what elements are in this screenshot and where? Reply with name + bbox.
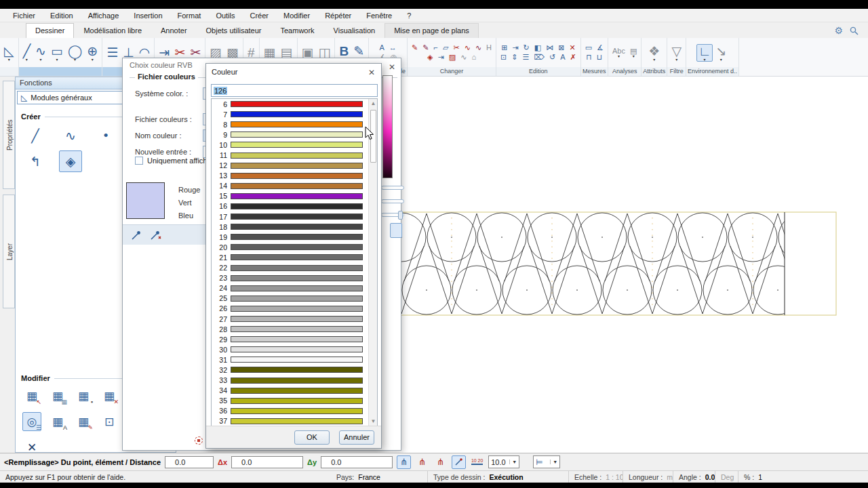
color-row-34[interactable]: 34 bbox=[212, 386, 377, 396]
parallel-lines-icon[interactable]: ☰ bbox=[104, 45, 120, 60]
line-tool[interactable]: ╱ bbox=[24, 125, 47, 146]
color-row-37[interactable]: 37 bbox=[212, 416, 377, 426]
checkbox-box[interactable] bbox=[135, 157, 143, 165]
settings-gear-icon[interactable]: ⚙ bbox=[834, 26, 843, 35]
length-unit-status[interactable]: Longueur :mm bbox=[623, 471, 673, 483]
measure-angle-icon[interactable]: ∡ bbox=[595, 43, 606, 53]
scroll-up-icon[interactable]: ▲ bbox=[369, 99, 378, 108]
attribute-tags-icon[interactable]: ❖▾ bbox=[646, 44, 662, 62]
angle-status[interactable]: Angle :0.000 bbox=[673, 471, 715, 483]
toolcase-icon[interactable]: ⌂ bbox=[469, 53, 478, 62]
workspace-tab-annoter[interactable]: Annoter bbox=[151, 23, 197, 38]
color-row-36[interactable]: 36 bbox=[212, 406, 377, 416]
color-row-13[interactable]: 13 bbox=[212, 171, 377, 181]
wave-edit-icon[interactable]: ∿ bbox=[462, 43, 473, 53]
close-icon[interactable]: ✕ bbox=[368, 68, 375, 77]
color-row-10[interactable]: 10 bbox=[212, 140, 377, 150]
workspace-tab-mod-lisation-libre[interactable]: Modélisation libre bbox=[74, 23, 151, 38]
color-row-32[interactable]: 32 bbox=[212, 365, 377, 375]
copy-icon[interactable]: ⊞ bbox=[499, 43, 509, 53]
snap-radius-select[interactable]: 10.0▼ bbox=[488, 455, 519, 468]
extend-to-icon[interactable]: ⇥ bbox=[436, 53, 446, 62]
menu-rpter[interactable]: Répéter bbox=[317, 10, 359, 21]
measure-area-icon[interactable]: ⊓ bbox=[584, 53, 594, 62]
slider-knob[interactable] bbox=[398, 211, 403, 220]
menu-fentre[interactable]: Fenêtre bbox=[359, 10, 399, 21]
zigzag-modify-icon[interactable]: ∿ bbox=[458, 53, 469, 62]
color-row-24[interactable]: 24 bbox=[212, 283, 377, 293]
color-row-6[interactable]: 6 bbox=[212, 99, 377, 109]
color-row-27[interactable]: 27 bbox=[212, 314, 377, 324]
move-icon[interactable]: ⇥ bbox=[510, 43, 520, 53]
measure-length-icon[interactable]: ▭ bbox=[583, 43, 594, 53]
menu-crer[interactable]: Créer bbox=[243, 10, 277, 21]
snap-midpoint-button[interactable]: ⋔ bbox=[415, 455, 429, 469]
report-icon[interactable]: ▤▾ bbox=[628, 47, 639, 59]
polygon-tool[interactable]: ↰ bbox=[24, 150, 47, 172]
menu-outils[interactable]: Outils bbox=[208, 10, 242, 21]
edit-pen2-icon[interactable]: ✎ bbox=[420, 43, 431, 53]
color-list[interactable]: 6789101112131415161718192021222324252627… bbox=[211, 98, 378, 426]
apply-button-partial[interactable] bbox=[390, 223, 402, 238]
color-row-17[interactable]: 17 bbox=[212, 211, 377, 222]
color-row-7[interactable]: 7 bbox=[212, 109, 377, 119]
color-row-21[interactable]: 21 bbox=[212, 252, 377, 262]
vert-slider[interactable] bbox=[381, 199, 404, 203]
scale-status[interactable]: Echelle :1 : 100 bbox=[568, 471, 623, 483]
edit-doc-icon[interactable]: ▨ bbox=[447, 53, 458, 62]
fill-bucket-tool[interactable]: ◈ bbox=[59, 150, 82, 172]
color-row-35[interactable]: 35 bbox=[212, 396, 377, 406]
color-row-14[interactable]: 14 bbox=[212, 181, 377, 191]
edit-pen-icon[interactable]: ✎ bbox=[410, 43, 420, 53]
color-row-22[interactable]: 22 bbox=[212, 263, 377, 273]
group-icon[interactable]: ⊡ bbox=[498, 53, 509, 62]
color-row-11[interactable]: 11 bbox=[212, 150, 377, 160]
filter-funnel-icon[interactable]: ▽▾ bbox=[669, 44, 684, 62]
stamp-icon[interactable]: ▱ bbox=[441, 43, 450, 53]
ok-button[interactable]: OK bbox=[294, 430, 330, 445]
hatch-edit-tool[interactable]: ▦✎ bbox=[74, 412, 93, 431]
text-icon[interactable]: A bbox=[377, 43, 386, 53]
color-row-31[interactable]: 31 bbox=[212, 354, 377, 365]
point-pickup-button[interactable] bbox=[452, 455, 466, 469]
eyedropper-plus-icon[interactable] bbox=[150, 230, 162, 241]
wave-edit2-icon[interactable]: ∿ bbox=[473, 43, 484, 53]
eyedropper-icon[interactable] bbox=[131, 230, 142, 241]
layout-angle-icon[interactable]: ∟▾ bbox=[696, 44, 713, 62]
point-tool[interactable]: • bbox=[94, 125, 117, 146]
percent-status[interactable]: % :1 bbox=[738, 471, 768, 483]
cut-icon[interactable]: ✂ bbox=[451, 43, 461, 53]
drawing-type-status[interactable]: Type de dessin :Exécution bbox=[427, 471, 568, 483]
delete-icon[interactable]: ✕ bbox=[567, 43, 577, 53]
color-row-23[interactable]: 23 bbox=[212, 273, 377, 283]
color-row-16[interactable]: 16 bbox=[212, 201, 377, 211]
color-row-12[interactable]: 12 bbox=[212, 161, 377, 171]
rectangle-icon[interactable]: ▭▾ bbox=[49, 44, 65, 62]
close-icon[interactable]: ✕ bbox=[389, 62, 395, 72]
uniquement-afficher-checkbox[interactable]: Uniquement afficher bbox=[135, 157, 214, 165]
color-row-26[interactable]: 26 bbox=[212, 304, 377, 314]
delete-point-icon[interactable]: ✗ bbox=[568, 53, 578, 62]
bin-icon[interactable]: ⌦ bbox=[532, 53, 547, 62]
rotate-icon[interactable]: ↻ bbox=[521, 43, 532, 53]
menu-affichage[interactable]: Affichage bbox=[81, 10, 127, 21]
stretch-icon[interactable]: ⇕ bbox=[509, 53, 519, 62]
line-icon[interactable]: ╱▾ bbox=[21, 44, 33, 62]
scroll-thumb[interactable] bbox=[370, 110, 376, 163]
circle-icon[interactable]: ◯▾ bbox=[66, 44, 84, 62]
menu-format[interactable]: Format bbox=[170, 10, 209, 21]
mirror-icon[interactable]: ◧ bbox=[532, 43, 543, 53]
delta-y-input[interactable]: 0.0 bbox=[321, 456, 393, 468]
distance-input[interactable]: 0.0 bbox=[165, 456, 214, 468]
workspace-tab-dessiner[interactable]: Dessiner bbox=[26, 23, 74, 38]
workspace-tab-visualisation[interactable]: Visualisation bbox=[324, 23, 385, 38]
couleur-title-bar[interactable]: Couleur ✕ bbox=[206, 64, 381, 80]
color-row-20[interactable]: 20 bbox=[212, 242, 377, 252]
menu-?[interactable]: ? bbox=[399, 10, 418, 21]
menu-modifier[interactable]: Modifier bbox=[276, 10, 317, 21]
snap-point-button[interactable]: ⋔ bbox=[397, 455, 411, 469]
menu-edition[interactable]: Edition bbox=[43, 10, 81, 21]
corner-rect-tool[interactable]: ⊡ bbox=[100, 412, 119, 431]
rotate-ccw-icon[interactable]: ↺ bbox=[547, 53, 557, 62]
save-grid-tool[interactable]: ▦▪ bbox=[74, 386, 93, 405]
